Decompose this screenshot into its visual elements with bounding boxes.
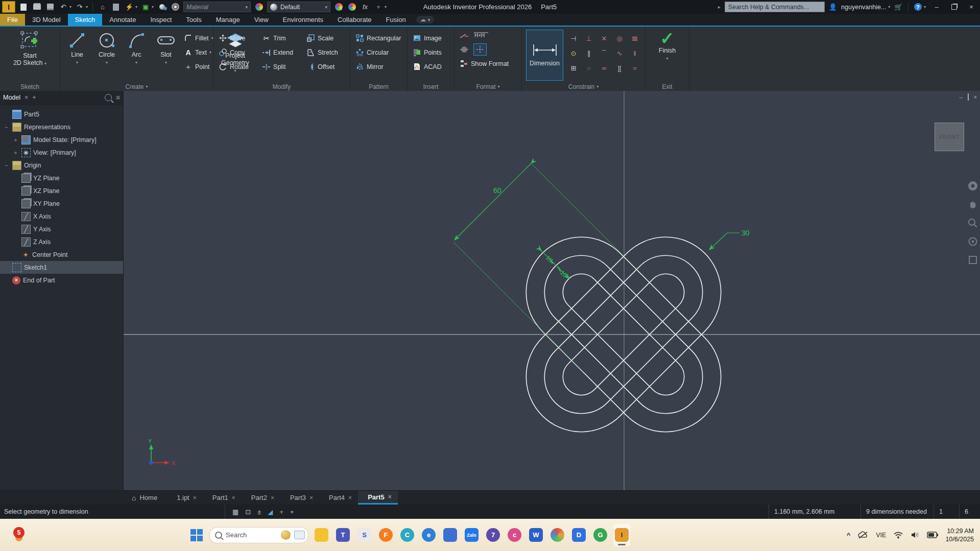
rectangular-pattern-button[interactable]: Rectangular (353, 32, 404, 44)
ribbon-tab-collaborate[interactable]: Collaborate (330, 14, 379, 26)
tree-expander-icon[interactable]: − (3, 162, 10, 169)
undo-icon[interactable]: ↶ (58, 3, 68, 12)
ribbon-tab-sketch[interactable]: Sketch (68, 14, 103, 26)
ribbon-tab-manage[interactable]: Manage (209, 14, 247, 26)
circle-dropdown-icon[interactable]: ▾ (106, 59, 108, 66)
zoom-icon[interactable] (968, 218, 978, 228)
sketch-canvas[interactable]: – × FRONT (124, 91, 980, 490)
defender-icon[interactable]: D (570, 524, 587, 546)
rotate-button[interactable]: Rotate (217, 60, 258, 73)
cortana-icon[interactable]: c (506, 524, 523, 546)
copy-button[interactable]: Copy (217, 46, 258, 59)
show-constraints-icon[interactable]: ⊙ (566, 46, 581, 60)
pan-icon[interactable] (968, 200, 978, 210)
onedrive-icon[interactable] (857, 531, 869, 539)
app7-icon[interactable]: 7 (485, 524, 501, 546)
help-icon[interactable]: ? (914, 3, 922, 11)
color-wheel-icon[interactable] (254, 3, 264, 12)
slot-dropdown-icon[interactable]: ▾ (165, 59, 167, 66)
document-tab-1-ipt[interactable]: 1.ipt × (167, 491, 203, 505)
opera-icon[interactable] (549, 524, 566, 546)
cart-icon[interactable]: 🛒 (894, 3, 902, 11)
ifeature-dropdown-icon[interactable]: ▾ (135, 5, 137, 9)
auto-dimension-icon[interactable]: ⊣ (566, 32, 581, 45)
fusion-cloud-pill[interactable]: ☁ ▾ (416, 16, 435, 23)
snap-origin-icon[interactable]: + (279, 508, 283, 516)
stretch-button[interactable]: Stretch (304, 46, 347, 59)
tree-row-xz-plane[interactable]: XZ Plane (0, 184, 123, 197)
undo-dropdown-icon[interactable]: ▾ (69, 5, 71, 9)
home-icon[interactable]: ⌂ (98, 3, 108, 12)
open-file-icon[interactable] (32, 3, 42, 12)
tree-expander-icon[interactable]: − (3, 124, 10, 130)
measure-dropdown-icon[interactable]: ▾ (152, 5, 154, 9)
zalo-icon[interactable]: Zalo (463, 524, 480, 546)
fillet-button[interactable]: Fillet ▾ (182, 32, 215, 44)
ribbon-tab-environments[interactable]: Environments (276, 14, 330, 26)
tree-row-xy-plane[interactable]: XY Plane (0, 197, 123, 210)
collinear-icon[interactable]: ≃ (597, 61, 611, 75)
perpendicular-icon[interactable]: ⊥ (582, 32, 596, 45)
free-move-icon[interactable]: + (290, 508, 294, 516)
finish-sketch-button[interactable]: ✓ Finish ▾ (654, 29, 681, 82)
measure-icon[interactable]: ▣ (140, 3, 151, 12)
extend-button[interactable]: Extend (260, 46, 302, 59)
parallel-icon[interactable]: ∥ (582, 46, 596, 60)
split-button[interactable]: Split (260, 60, 302, 73)
new-file-icon[interactable] (18, 3, 29, 12)
arc-button[interactable]: Arc ▾ (123, 29, 150, 82)
tree-row-part5[interactable]: Part5 (0, 108, 123, 121)
inventor-icon[interactable]: I (613, 524, 630, 546)
tree-row-center-point[interactable]: ✦ Center Point (0, 248, 123, 261)
browser-tab-model[interactable]: Model (3, 94, 20, 101)
restore-button[interactable] (947, 2, 961, 12)
concentric-icon[interactable]: ◎ (612, 32, 627, 45)
tree-row-z-axis[interactable]: ╱ Z Axis (0, 235, 123, 248)
ribbon-tab-file[interactable]: File (0, 14, 25, 26)
slice-graphics-icon[interactable]: ◢ (268, 508, 273, 516)
redo-icon[interactable]: ↷ (75, 3, 85, 12)
ribbon-tab-tools[interactable]: Tools (179, 14, 208, 26)
arc-dropdown-icon[interactable]: ▾ (135, 59, 137, 66)
doc-close-icon[interactable]: × (974, 94, 977, 100)
dim-60-text[interactable]: 60 (493, 186, 501, 195)
panel-exit-label[interactable]: Exit (646, 82, 689, 91)
paste-icon[interactable] (111, 3, 121, 12)
document-tab-home[interactable]: ⌂ Home (126, 491, 167, 505)
help-search-input[interactable]: Search Help & Commands... (725, 2, 825, 12)
adjust-appearance-icon[interactable] (333, 3, 344, 12)
close-button[interactable]: × (965, 2, 978, 12)
document-tab-close-icon[interactable]: × (232, 494, 235, 501)
dimension-button[interactable]: Dimension (526, 30, 563, 81)
ribbon-tab-3d-model[interactable]: 3D Model (25, 14, 68, 26)
browser-add-tab-icon[interactable]: + (32, 94, 36, 101)
document-tab-part1[interactable]: Part1 × (203, 491, 242, 505)
save-icon[interactable] (45, 3, 55, 12)
search-highlight-icon[interactable] (294, 531, 305, 539)
document-tab-part5[interactable]: Part5 × (358, 491, 398, 505)
gapp-icon[interactable]: G (592, 524, 609, 546)
constraint-settings-icon[interactable]: ⊞ (566, 61, 581, 75)
material-sphere-icon[interactable] (157, 3, 167, 12)
ribbon-tab-annotate[interactable]: Annotate (102, 14, 143, 26)
centerline-icon[interactable] (460, 45, 468, 54)
dimensions[interactable]: 60 10 10 30 (453, 163, 750, 372)
render-wheel-icon[interactable] (170, 3, 180, 12)
acad-button[interactable]: ACAD (411, 60, 451, 73)
tree-row-y-axis[interactable]: ╱ Y Axis (0, 223, 123, 235)
tray-chevron-icon[interactable]: ^ (847, 531, 851, 539)
tree-expander-icon[interactable]: + (12, 137, 19, 143)
panel-pattern-label[interactable]: Pattern (350, 82, 407, 91)
photos-icon[interactable] (442, 524, 459, 546)
ribbon-tab-fusion[interactable]: Fusion (379, 14, 413, 26)
rewards-coin-icon[interactable] (281, 530, 291, 540)
document-tab-close-icon[interactable]: × (193, 494, 197, 501)
panel-sketch-label[interactable]: Sketch (0, 82, 60, 91)
clear-appearance-icon[interactable] (347, 3, 357, 12)
finish-dropdown-icon[interactable]: ▾ (666, 55, 668, 62)
driven-dimension-icon[interactable]: H×H (473, 31, 489, 39)
equal-icon[interactable]: = (628, 61, 642, 75)
coccoc-icon[interactable]: C (399, 524, 416, 546)
smooth-icon[interactable]: ∿ (612, 46, 627, 60)
taskbar-search-input[interactable]: Search (209, 527, 308, 543)
